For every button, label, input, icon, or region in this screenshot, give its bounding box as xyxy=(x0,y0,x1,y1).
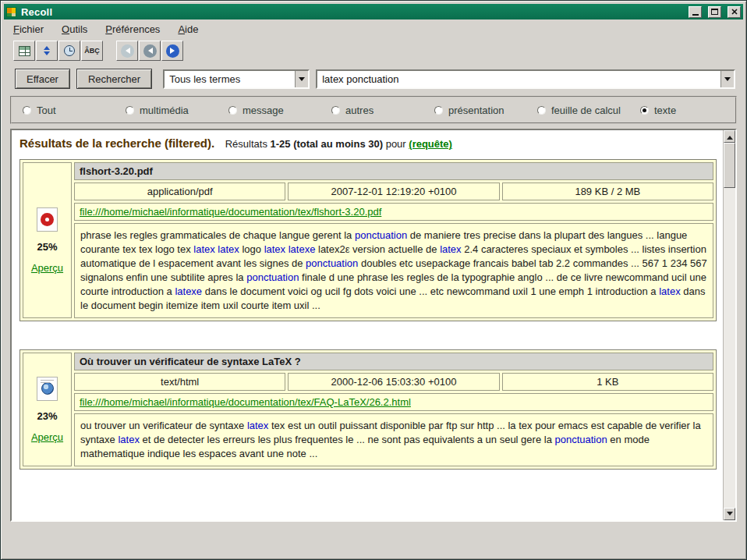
minimize-icon xyxy=(692,14,699,16)
result-main: flshort-3.20.pdf application/pdf 2007-12… xyxy=(74,162,713,318)
menu-preferences[interactable]: Préférences xyxy=(104,23,161,36)
sort-parameters-button[interactable] xyxy=(36,41,58,61)
search-mode-value: Tous les termes xyxy=(165,71,245,87)
scrollbar-thumb[interactable] xyxy=(724,143,735,188)
radio-icon xyxy=(537,106,546,115)
next-page-icon xyxy=(166,44,179,58)
maximize-icon xyxy=(711,9,718,15)
filter-radio-tout[interactable]: Tout xyxy=(23,105,126,116)
query-history-dropdown-button[interactable] xyxy=(720,71,734,87)
filter-label: autres xyxy=(345,105,374,116)
radio-icon xyxy=(434,106,443,115)
search-mode-select[interactable]: Tous les termes xyxy=(163,69,310,89)
recoll-app-icon xyxy=(6,7,16,17)
result-date: 2007-12-01 12:19:20 +0100 xyxy=(288,183,499,200)
status-bar xyxy=(4,522,743,556)
chevron-down-icon xyxy=(299,77,305,84)
document-type-filter-bar: Tout multimédia message autres présentat… xyxy=(10,96,737,124)
filter-radio-autres[interactable]: autres xyxy=(331,105,434,116)
result-item: 25% Aperçu flshort-3.20.pdf application/… xyxy=(19,159,717,321)
result-item: 23% Aperçu Où trouver un vérificateur de… xyxy=(19,349,717,470)
filter-radio-presentation[interactable]: présentation xyxy=(434,105,537,116)
result-list[interactable]: Résultats de la recherche (filtered). Ré… xyxy=(12,130,723,520)
preview-link[interactable]: Aperçu xyxy=(31,262,63,274)
arrow-down-icon xyxy=(727,512,733,519)
previous-page-button[interactable] xyxy=(139,41,161,61)
result-date: 2000-12-06 15:03:30 +0100 xyxy=(288,373,499,391)
sort-icon xyxy=(44,45,50,56)
result-url-link[interactable]: file:///home/michael/informatique/docume… xyxy=(80,396,411,408)
radio-icon xyxy=(23,106,31,115)
relevance-percent: 25% xyxy=(37,241,57,253)
menu-outils[interactable]: Outils xyxy=(60,23,89,36)
filter-label: texte xyxy=(654,105,676,116)
results-count-prefix: Résultats xyxy=(225,138,267,150)
clear-button[interactable]: Effacer xyxy=(15,69,70,89)
search-mode-dropdown-button[interactable] xyxy=(295,71,308,87)
results-pane: Résultats de la recherche (filtered). Ré… xyxy=(10,129,737,522)
result-spacer xyxy=(18,321,718,349)
preview-link[interactable]: Aperçu xyxy=(31,431,63,443)
history-button[interactable] xyxy=(58,41,80,61)
pdf-file-icon xyxy=(37,207,58,232)
filter-radio-feuille-de-calcul[interactable]: feuille de calcul xyxy=(537,105,640,116)
html-file-icon xyxy=(37,377,58,401)
result-side-panel: 23% Aperçu xyxy=(23,353,72,466)
first-page-icon xyxy=(121,44,134,58)
close-icon xyxy=(731,9,738,15)
result-abstract: ou trouver un verificateur de syntaxe la… xyxy=(74,413,713,466)
radio-icon xyxy=(126,106,134,115)
result-size: 189 KB / 2 MB xyxy=(502,183,713,200)
search-input[interactable] xyxy=(317,71,720,87)
relevance-percent: 23% xyxy=(37,410,57,422)
result-title: Où trouver un vérificateur de syntaxe La… xyxy=(74,353,713,370)
query-details-button[interactable] xyxy=(13,41,35,61)
first-page-button[interactable] xyxy=(116,41,138,61)
menu-aide[interactable]: Aide xyxy=(176,23,200,36)
result-url-link[interactable]: file:///home/michael/informatique/docume… xyxy=(80,206,381,218)
radio-icon xyxy=(331,106,340,115)
result-abstract: phrase les regles grammaticales de chaqu… xyxy=(74,223,713,318)
result-url-row: file:///home/michael/informatique/docume… xyxy=(74,393,713,411)
query-combobox xyxy=(316,69,735,89)
close-button[interactable] xyxy=(728,6,741,18)
next-page-button[interactable] xyxy=(161,41,183,61)
filter-label: présentation xyxy=(448,105,504,116)
result-size: 1 KB xyxy=(502,373,713,391)
search-button[interactable]: Rechercher xyxy=(76,69,152,89)
menu-fichier[interactable]: Fichier xyxy=(12,23,45,36)
history-clock-icon xyxy=(64,45,75,56)
vertical-scrollbar[interactable] xyxy=(723,130,735,520)
filter-radio-message[interactable]: message xyxy=(228,105,331,116)
results-count-connector: pour xyxy=(386,138,406,150)
scroll-down-button[interactable] xyxy=(724,508,735,520)
menubar: Fichier Outils Préférences Aide xyxy=(4,19,743,38)
table-icon xyxy=(19,46,30,56)
minimize-button[interactable] xyxy=(689,6,702,18)
results-headline: Résultats de la recherche (filtered). Ré… xyxy=(18,135,718,159)
filter-label: Tout xyxy=(37,105,56,116)
maximize-button[interactable] xyxy=(708,6,721,18)
scroll-up-button[interactable] xyxy=(724,130,735,143)
result-mime-type: text/html xyxy=(74,373,285,391)
result-url-row: file:///home/michael/informatique/docume… xyxy=(74,203,713,221)
results-title: Résultats de la recherche (filtered). xyxy=(19,136,214,150)
scrollbar-track[interactable] xyxy=(724,188,735,508)
previous-page-icon xyxy=(143,44,157,58)
filter-radio-texte[interactable]: texte xyxy=(640,105,676,116)
result-main: Où trouver un vérificateur de syntaxe La… xyxy=(74,353,713,466)
radio-icon xyxy=(640,106,649,115)
radio-icon xyxy=(228,106,237,115)
toolbar: ÂBÇ xyxy=(4,38,743,63)
filter-label: multimédia xyxy=(140,105,189,116)
filter-label: message xyxy=(243,105,284,116)
term-explorer-button[interactable]: ÂBÇ xyxy=(81,41,103,61)
filter-label: feuille de calcul xyxy=(551,105,621,116)
chevron-down-icon xyxy=(724,77,731,84)
spell-abc-icon: ÂBÇ xyxy=(84,47,100,55)
query-details-link[interactable]: (requête) xyxy=(409,138,452,150)
filter-radio-multimedia[interactable]: multimédia xyxy=(126,105,228,116)
result-title: flshort-3.20.pdf xyxy=(74,162,713,180)
result-side-panel: 25% Aperçu xyxy=(23,162,72,318)
arrow-up-icon xyxy=(727,133,733,140)
